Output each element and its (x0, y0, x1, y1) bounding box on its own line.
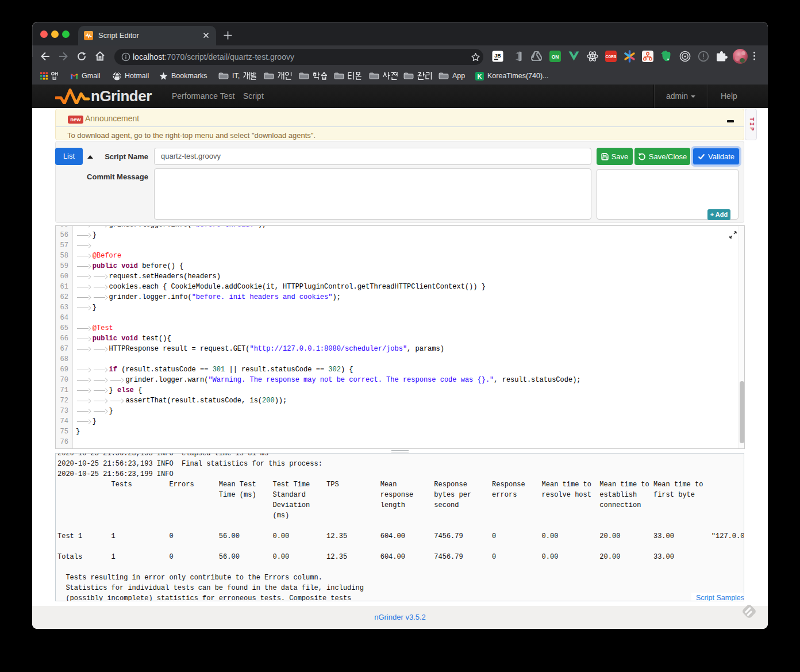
svg-text:JB: JB (494, 53, 501, 59)
svg-text:CORS: CORS (606, 55, 617, 59)
svg-text:K: K (478, 72, 482, 79)
svg-text:ON: ON (552, 54, 559, 60)
